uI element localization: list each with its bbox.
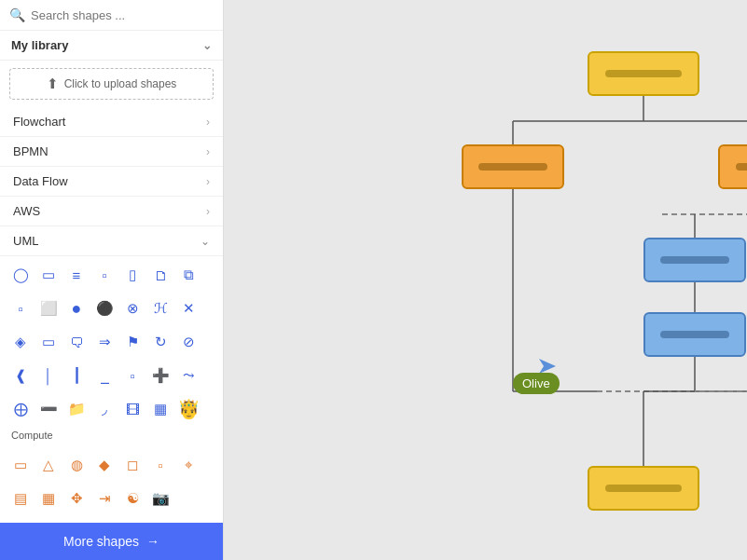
flowbox-top[interactable]	[588, 51, 699, 96]
upload-icon: ⬆	[47, 75, 59, 92]
shape-o10[interactable]: ✥	[63, 485, 90, 512]
shape-square[interactable]: ▫	[119, 362, 145, 389]
shape-o3[interactable]: ◍	[63, 452, 90, 478]
menu-item-uml[interactable]: UML ⌄	[0, 226, 223, 256]
shape-dash-rect[interactable]: ▫	[7, 295, 34, 321]
arrow-right-icon: →	[146, 534, 159, 549]
sidebar: 🔍 My library ⌄ ⬆ Click to upload shapes …	[0, 0, 224, 560]
more-shapes-label: More shapes	[63, 534, 139, 549]
shape-grid: ◯ ▭ ≡ ▫ ▯ 🗋 ⧉ ▫ ⬜ ● ⚫ ⊗ ℋ ✕ ◈ ▭ 🗨 ⇒ ⚑ ↻ …	[0, 256, 223, 523]
shape-ellipse[interactable]: ◯	[7, 262, 34, 288]
flowbox-blue-1[interactable]	[643, 238, 746, 282]
svg-marker-22	[539, 359, 556, 374]
dataflow-label: Data Flow	[13, 174, 68, 188]
shape-cross[interactable]: ✕	[175, 295, 201, 321]
shape-h-circle[interactable]: ℋ	[147, 295, 173, 321]
shape-plus-rect[interactable]: ➕	[147, 362, 173, 389]
my-library-section[interactable]: My library ⌄	[0, 31, 223, 61]
shape-diamond[interactable]: ◈	[7, 329, 34, 355]
shape-vline2[interactable]: ┃	[63, 362, 90, 389]
chevron-down-icon: ⌄	[202, 39, 212, 52]
shape-ring[interactable]: ⚫	[91, 295, 118, 321]
shape-flag[interactable]: ⚑	[119, 329, 145, 355]
shape-vline[interactable]: │	[35, 362, 62, 389]
shape-doc[interactable]: 🗋	[147, 262, 173, 288]
uml-label: UML	[13, 234, 38, 248]
flowbox-inner	[605, 70, 681, 77]
my-library-label: My library	[11, 38, 68, 52]
shape-circle-fill[interactable]: ●	[63, 295, 90, 321]
shape-arrow-r[interactable]: ⇒	[91, 329, 118, 355]
shape-grid-sq[interactable]: ▦	[147, 396, 173, 422]
shape-o7[interactable]: ⌖	[175, 452, 201, 478]
upload-shapes-button[interactable]: ⬆ Click to upload shapes	[9, 68, 214, 100]
shape-bracket-l[interactable]: ❰	[7, 362, 34, 389]
shape-x-circle[interactable]: ⊗	[119, 295, 145, 321]
chevron-down-icon: ⌄	[201, 235, 210, 248]
chevron-right-icon: ›	[206, 175, 210, 188]
shape-o9[interactable]: ▦	[35, 485, 62, 512]
shape-o5[interactable]: ◻	[119, 452, 145, 478]
shape-o8[interactable]: ▤	[7, 485, 34, 512]
canvas[interactable]: Olive	[224, 0, 747, 560]
shape-person[interactable]: 🤴	[175, 396, 201, 422]
shape-multi[interactable]: ⧉	[175, 262, 201, 288]
flowbox-bottom[interactable]	[588, 466, 699, 511]
shape-circle-arrow[interactable]: ↻	[147, 329, 173, 355]
shape-no[interactable]: ⊘	[175, 329, 201, 355]
flowbox-inner	[736, 163, 747, 171]
menu-item-flowchart[interactable]: Flowchart ›	[0, 107, 223, 137]
flowbox-left[interactable]	[462, 144, 564, 189]
menu-item-aws[interactable]: AWS ›	[0, 197, 223, 226]
flowbox-inner	[660, 331, 729, 338]
shape-callout[interactable]: 🗨	[63, 329, 90, 355]
chevron-right-icon: ›	[206, 116, 210, 129]
bpmn-label: BPMN	[13, 144, 48, 158]
search-input[interactable]	[31, 8, 214, 22]
menu-item-bpmn[interactable]: BPMN ›	[0, 137, 223, 167]
flowbox-inner	[660, 256, 729, 264]
search-bar: 🔍	[0, 0, 223, 31]
aws-label: AWS	[13, 204, 40, 218]
more-shapes-button[interactable]: More shapes →	[0, 523, 223, 560]
shape-o6[interactable]: ▫	[147, 452, 173, 478]
chevron-right-icon: ›	[206, 145, 210, 158]
shape-minus[interactable]: ➖	[35, 396, 62, 422]
shape-hline[interactable]: ⎯	[91, 362, 118, 389]
shape-frame[interactable]: ◞	[91, 396, 118, 422]
shape-film[interactable]: 🎞	[119, 396, 145, 422]
flowbox-blue-2[interactable]	[643, 312, 746, 357]
flowbox-inner	[478, 163, 547, 171]
shape-plus-sq[interactable]: ⤳	[175, 362, 201, 389]
shape-o1[interactable]: ▭	[7, 452, 34, 478]
shape-o4[interactable]: ◆	[91, 452, 118, 478]
shape-lines[interactable]: ≡	[63, 262, 90, 288]
flowchart-label: Flowchart	[13, 115, 65, 129]
chevron-right-icon: ›	[206, 205, 210, 218]
olive-label: Olive	[513, 373, 560, 394]
shape-rect-rounded[interactable]: ▭	[35, 262, 62, 288]
shape-3d-box[interactable]: ⬜	[35, 295, 62, 321]
flowbox-right[interactable]	[718, 144, 747, 189]
shape-o12[interactable]: ☯	[119, 485, 145, 512]
menu-item-dataflow[interactable]: Data Flow ›	[0, 167, 223, 197]
shape-o11[interactable]: ⇥	[91, 485, 118, 512]
shape-folder[interactable]: 📁	[63, 396, 90, 422]
shape-rect1[interactable]: ▫	[91, 262, 118, 288]
flowbox-inner	[605, 485, 681, 492]
search-icon: 🔍	[9, 7, 25, 22]
compute-label: Compute	[7, 430, 215, 450]
shape-rect2[interactable]: ▯	[119, 262, 145, 288]
shape-o2[interactable]: △	[35, 452, 62, 478]
shape-plus2[interactable]: ⨁	[7, 396, 34, 422]
shape-o13[interactable]: 📷	[147, 485, 173, 512]
upload-label: Click to upload shapes	[64, 77, 177, 90]
shape-pill[interactable]: ▭	[35, 329, 62, 355]
